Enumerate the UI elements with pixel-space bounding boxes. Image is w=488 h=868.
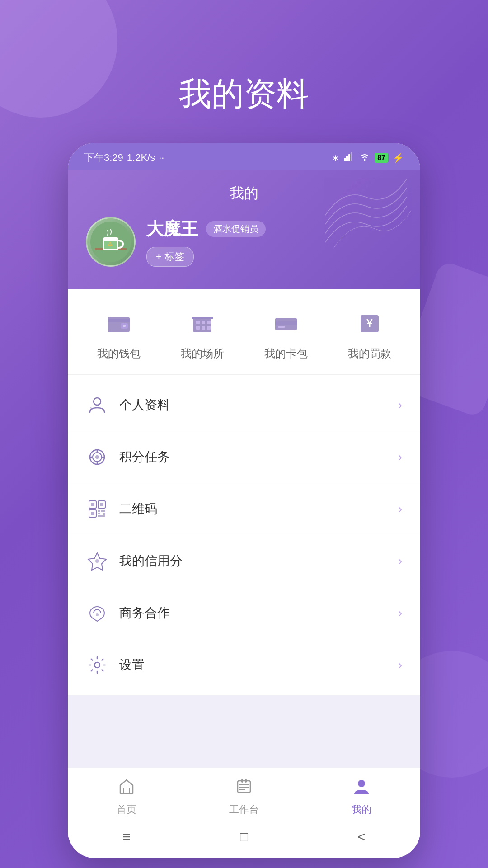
status-time: 下午3:29 <box>84 151 123 165</box>
status-bar: 下午3:29 1.2K/s ·· ∗ 87 <box>68 143 420 170</box>
svg-rect-18 <box>202 326 205 330</box>
quick-item-card[interactable]: 我的卡包 <box>264 307 308 361</box>
business-menu-text: 商务合作 <box>119 604 398 622</box>
svg-rect-49 <box>241 779 243 783</box>
add-tag-button[interactable]: + 标签 <box>146 247 194 267</box>
fine-icon: ¥ <box>354 307 385 339</box>
wallet-icon <box>103 307 135 339</box>
svg-rect-20 <box>192 317 213 319</box>
bluetooth-icon: ∗ <box>332 152 339 163</box>
settings-menu-icon <box>86 654 108 676</box>
workbench-nav-icon <box>235 777 253 799</box>
fine-label: 我的罚款 <box>348 346 391 361</box>
system-back-button[interactable]: < <box>357 829 366 844</box>
svg-rect-13 <box>193 318 211 332</box>
svg-rect-1 <box>346 156 348 161</box>
bottom-content-area <box>68 695 420 768</box>
svg-point-26 <box>94 398 101 405</box>
svg-rect-33 <box>91 503 94 506</box>
menu-item-settings[interactable]: 设置 › <box>68 639 420 691</box>
svg-point-44 <box>95 559 99 563</box>
mine-nav-label: 我的 <box>352 803 371 816</box>
user-role-badge: 酒水促销员 <box>206 221 266 237</box>
status-dot: ·· <box>159 152 164 164</box>
bg-decoration-circle-top <box>0 0 117 118</box>
svg-point-27 <box>91 409 93 410</box>
user-info-section: 大魔王 酒水促销员 + 标签 <box>146 217 266 267</box>
svg-rect-47 <box>124 788 129 793</box>
svg-rect-17 <box>196 326 200 330</box>
page-title: 我的资料 <box>179 72 309 116</box>
wifi-icon <box>359 153 370 163</box>
quick-item-wallet[interactable]: 我的钱包 <box>97 307 141 361</box>
svg-point-46 <box>94 662 100 668</box>
svg-rect-43 <box>98 515 103 517</box>
venue-label: 我的场所 <box>181 346 224 361</box>
workbench-nav-label: 工作台 <box>229 803 259 816</box>
svg-rect-35 <box>100 503 103 506</box>
signal-icon <box>344 152 355 164</box>
svg-rect-0 <box>344 158 346 161</box>
credit-menu-icon <box>86 550 108 572</box>
status-speed: 1.2K/s <box>127 152 155 164</box>
menu-item-business[interactable]: 商务合作 › <box>68 587 420 639</box>
points-menu-arrow: › <box>398 450 402 464</box>
svg-point-31 <box>95 455 99 459</box>
settings-menu-text: 设置 <box>119 656 398 674</box>
qrcode-menu-text: 二维码 <box>119 500 398 518</box>
phone-frame: 下午3:29 1.2K/s ·· ∗ 87 <box>68 143 420 858</box>
menu-item-points[interactable]: 积分任务 › <box>68 431 420 483</box>
profile-menu-arrow: › <box>398 398 402 412</box>
menu-item-qrcode[interactable]: 二维码 › <box>68 483 420 535</box>
menu-list: 个人资料 › 积分任务 › <box>68 375 420 695</box>
venue-icon <box>187 307 218 339</box>
svg-rect-41 <box>98 513 100 514</box>
svg-point-28 <box>90 407 92 409</box>
nav-item-home[interactable]: 首页 <box>99 777 154 816</box>
svg-point-45 <box>96 613 99 616</box>
svg-rect-23 <box>278 326 285 328</box>
points-menu-text: 积分任务 <box>119 448 398 466</box>
svg-rect-38 <box>98 510 100 512</box>
charging-icon: ⚡ <box>393 152 404 163</box>
user-avatar[interactable]: ⚠ <box>86 217 136 267</box>
svg-rect-15 <box>202 321 205 324</box>
svg-text:¥: ¥ <box>366 317 373 329</box>
status-left: 下午3:29 1.2K/s ·· <box>84 151 164 165</box>
mine-nav-icon <box>352 777 371 799</box>
nav-item-mine[interactable]: 我的 <box>334 777 389 816</box>
svg-rect-42 <box>103 513 105 517</box>
profile-header: 我的 ⚠ <box>68 170 420 289</box>
credit-menu-arrow: › <box>398 554 402 568</box>
svg-rect-39 <box>101 510 103 512</box>
quick-item-fine[interactable]: ¥ 我的罚款 <box>348 307 391 361</box>
profile-wave-decoration <box>321 179 411 247</box>
home-nav-label: 首页 <box>117 803 136 816</box>
quick-access-section: 我的钱包 我的场所 <box>68 289 420 375</box>
system-menu-button[interactable]: ≡ <box>122 829 131 844</box>
profile-menu-icon <box>86 394 108 416</box>
nav-item-workbench[interactable]: 工作台 <box>217 777 271 816</box>
profile-menu-text: 个人资料 <box>119 396 398 414</box>
svg-rect-50 <box>245 779 247 783</box>
credit-menu-text: 我的信用分 <box>119 552 398 570</box>
card-icon <box>270 307 302 339</box>
menu-item-credit[interactable]: 我的信用分 › <box>68 535 420 587</box>
svg-rect-3 <box>351 152 352 161</box>
bottom-navigation: 首页 工作台 我的 <box>68 768 420 821</box>
system-home-button[interactable]: □ <box>240 829 248 844</box>
home-nav-icon <box>117 777 136 799</box>
svg-rect-22 <box>275 321 297 325</box>
battery-indicator: 87 <box>375 153 388 163</box>
qrcode-menu-icon <box>86 498 108 520</box>
svg-rect-2 <box>348 154 350 161</box>
card-label: 我的卡包 <box>264 346 308 361</box>
user-name-row: 大魔王 酒水促销员 <box>146 217 266 241</box>
svg-rect-14 <box>196 321 200 324</box>
status-right: ∗ 87 ⚡ <box>332 152 404 164</box>
svg-point-12 <box>123 325 126 327</box>
menu-item-profile[interactable]: 个人资料 › <box>68 379 420 431</box>
quick-item-venue[interactable]: 我的场所 <box>181 307 224 361</box>
svg-rect-40 <box>103 510 105 512</box>
svg-rect-37 <box>91 512 94 515</box>
